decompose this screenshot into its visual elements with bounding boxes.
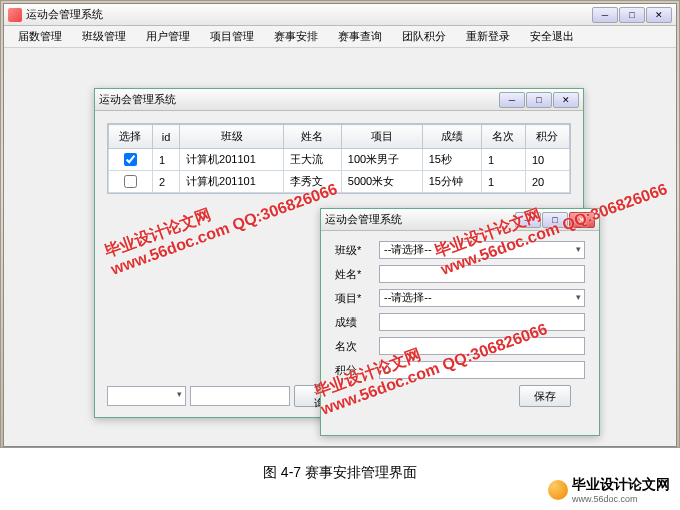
menu-item[interactable]: 赛事查询 [328,26,392,47]
points-label: 积分 [335,363,379,378]
main-window: 运动会管理系统 ─ □ ✕ 届数管理 班级管理 用户管理 项目管理 赛事安排 赛… [3,3,677,447]
logo-icon [548,480,568,500]
minimize-button[interactable]: ─ [499,92,525,108]
col-event[interactable]: 项目 [341,125,422,149]
child-title-text: 运动会管理系统 [325,212,402,227]
menubar: 届数管理 班级管理 用户管理 项目管理 赛事安排 赛事查询 团队积分 重新登录 … [4,26,676,48]
desktop: 运动会管理系统 ─ □ ✕ 届数管理 班级管理 用户管理 项目管理 赛事安排 赛… [0,0,680,448]
child-titlebar: 运动会管理系统 ─ □ ✕ [321,209,599,231]
name-input[interactable] [379,265,585,283]
col-id[interactable]: id [152,125,179,149]
row-checkbox[interactable] [124,175,137,188]
close-button[interactable]: ✕ [646,7,672,23]
table-row[interactable]: 1计算机201101王大流100米男子15秒110 [109,149,570,171]
table-row[interactable]: 2计算机201101李秀文5000米女15分钟120 [109,171,570,193]
col-rank[interactable]: 名次 [481,125,525,149]
menu-item[interactable]: 项目管理 [200,26,264,47]
close-button[interactable]: ✕ [553,92,579,108]
menu-item[interactable]: 赛事安排 [264,26,328,47]
result-label: 成绩 [335,315,379,330]
window-controls: ─ □ ✕ [515,212,595,228]
client-area: 运动会管理系统 ─ □ ✕ 选择 id 班级 姓名 项目 [4,48,676,446]
rank-input[interactable] [379,337,585,355]
edit-form: 班级*--请选择-- 姓名* 项目*--请选择-- 成绩 名次 积分 保存 [321,231,599,417]
menu-item[interactable]: 安全退出 [520,26,584,47]
footer-logo: 毕业设计论文网www.56doc.com [548,476,670,504]
name-label: 姓名* [335,267,379,282]
main-title: 运动会管理系统 [26,7,103,22]
filter-combo[interactable] [107,386,186,406]
window-controls: ─ □ ✕ [499,92,579,108]
class-combo[interactable]: --请选择-- [379,241,585,259]
results-grid: 选择 id 班级 姓名 项目 成绩 名次 积分 1计算机201101王大流100… [107,123,571,194]
edit-dialog: 运动会管理系统 ─ □ ✕ 班级*--请选择-- 姓名* 项目*--请选择-- … [320,208,600,436]
window-controls: ─ □ ✕ [592,7,672,23]
child-titlebar: 运动会管理系统 ─ □ ✕ [95,89,583,111]
col-points[interactable]: 积分 [525,125,569,149]
event-label: 项目* [335,291,379,306]
menu-item[interactable]: 团队积分 [392,26,456,47]
result-input[interactable] [379,313,585,331]
menu-item[interactable]: 班级管理 [72,26,136,47]
footer-brand: 毕业设计论文网 [572,476,670,492]
col-class[interactable]: 班级 [180,125,284,149]
maximize-button[interactable]: □ [542,212,568,228]
col-name[interactable]: 姓名 [283,125,341,149]
save-button[interactable]: 保存 [519,385,571,407]
footer-url: www.56doc.com [572,494,670,504]
menu-item[interactable]: 用户管理 [136,26,200,47]
filter-input[interactable] [190,386,290,406]
event-combo[interactable]: --请选择-- [379,289,585,307]
minimize-button[interactable]: ─ [515,212,541,228]
close-button[interactable]: ✕ [569,212,595,228]
minimize-button[interactable]: ─ [592,7,618,23]
menu-item[interactable]: 届数管理 [8,26,72,47]
app-icon [8,8,22,22]
rank-label: 名次 [335,339,379,354]
maximize-button[interactable]: □ [619,7,645,23]
points-input[interactable] [379,361,585,379]
main-titlebar: 运动会管理系统 ─ □ ✕ [4,4,676,26]
row-checkbox[interactable] [124,153,137,166]
class-label: 班级* [335,243,379,258]
menu-item[interactable]: 重新登录 [456,26,520,47]
col-select[interactable]: 选择 [109,125,153,149]
child-title-text: 运动会管理系统 [99,92,176,107]
maximize-button[interactable]: □ [526,92,552,108]
col-result[interactable]: 成绩 [422,125,481,149]
